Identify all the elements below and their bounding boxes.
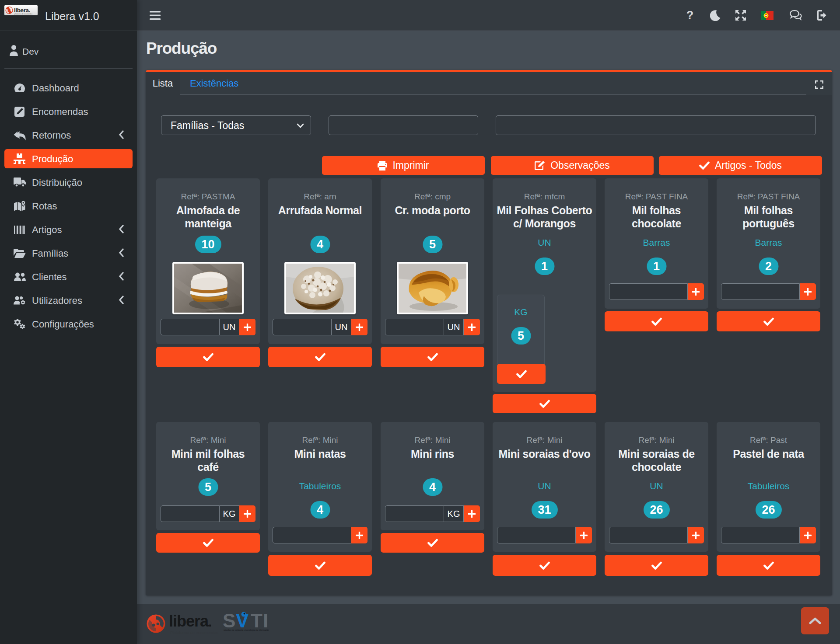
svg-text:S: S [223,610,236,631]
svg-text:soluções de vigilancia e tecno: soluções de vigilancia e tecnologias de … [224,629,269,631]
svg-text:plataforma de encomendas: plataforma de encomendas [14,13,32,15]
svg-text:libera.: libera. [14,7,30,14]
svg-text:TI: TI [251,610,269,631]
